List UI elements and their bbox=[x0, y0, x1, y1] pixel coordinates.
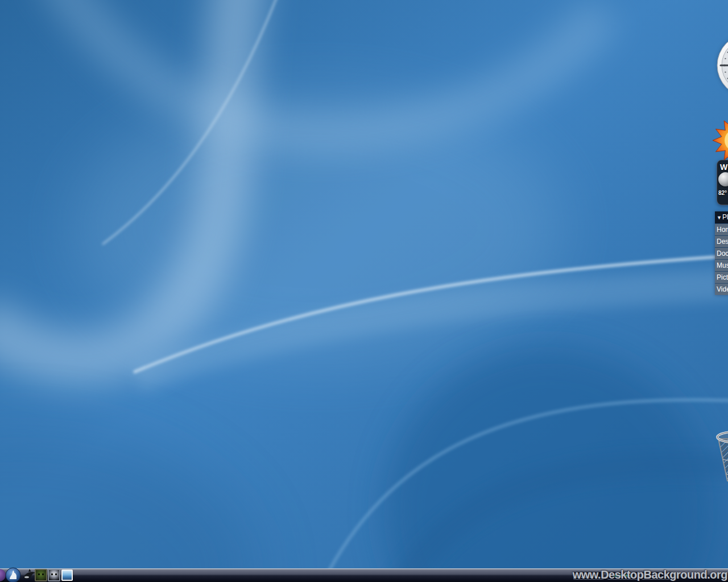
weather-orb-icon bbox=[718, 172, 728, 186]
analog-clock-widget[interactable] bbox=[712, 28, 728, 108]
places-widget: ▼Places Home Desktop Documents Music Pic… bbox=[715, 211, 728, 295]
undead-eyes bbox=[51, 573, 57, 575]
chevron-down-icon: ▼ bbox=[717, 215, 722, 221]
weather-panel: W 82° bbox=[717, 160, 728, 205]
places-item-documents[interactable]: Documents bbox=[715, 248, 728, 259]
orc-eyes bbox=[38, 573, 44, 575]
places-item-home[interactable]: Home bbox=[715, 224, 728, 235]
places-item-pictures[interactable]: Pictures bbox=[715, 272, 728, 283]
watermark-text: www.DesktopBackground.org bbox=[573, 568, 727, 581]
desktop: W 82° ▼Places Home Desktop Documents Mus… bbox=[0, 0, 728, 582]
trash-widget[interactable] bbox=[711, 424, 728, 489]
weather-temperature: 82° bbox=[718, 190, 727, 196]
photo-thumbnail bbox=[63, 571, 72, 580]
weather-widget[interactable]: W 82° bbox=[710, 117, 728, 207]
warcraft-undead-game-icon[interactable] bbox=[48, 569, 60, 581]
image-viewer-icon[interactable] bbox=[61, 569, 73, 581]
wire-trash-basket-icon bbox=[711, 424, 728, 489]
weather-location: W bbox=[720, 163, 728, 172]
places-header[interactable]: ▼Places bbox=[715, 211, 728, 223]
places-item-music[interactable]: Music bbox=[715, 260, 728, 271]
wallpaper bbox=[0, 0, 728, 582]
analog-clock-face bbox=[712, 28, 728, 108]
warcraft-orc-game-icon[interactable] bbox=[35, 569, 47, 581]
wolf-app-icon[interactable] bbox=[5, 567, 21, 582]
places-item-desktop[interactable]: Desktop bbox=[715, 236, 728, 247]
places-item-videos[interactable]: Videos bbox=[715, 284, 728, 295]
places-header-label: Places bbox=[722, 213, 728, 221]
